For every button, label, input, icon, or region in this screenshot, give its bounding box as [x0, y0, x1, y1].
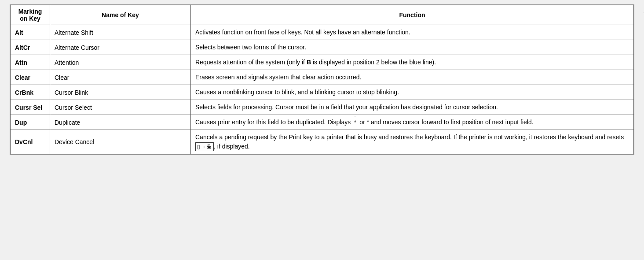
cell-marking: Clear: [11, 70, 50, 85]
cell-name: Duplicate: [50, 115, 191, 130]
cell-marking: DvCnl: [11, 130, 50, 154]
cell-marking: Alt: [11, 25, 50, 40]
table-row: CrBnkCursor BlinkCauses a nonblinking cu…: [11, 85, 634, 100]
table-row: DvCnlDevice CancelCancels a pending requ…: [11, 130, 634, 154]
underline-b: B: [307, 59, 311, 66]
cell-name: Cursor Select: [50, 100, 191, 115]
regular-star: *: [367, 119, 369, 126]
cell-function: Causes a nonblinking cursor to blink, an…: [191, 85, 634, 100]
cell-function: Selects fields for processing. Cursor mu…: [191, 100, 634, 115]
cell-marking: AltCr: [11, 40, 50, 55]
cell-name: Alternate Shift: [50, 25, 191, 40]
header-name: Name of Key: [50, 5, 191, 25]
cell-name: Alternate Cursor: [50, 40, 191, 55]
cell-function: Cancels a pending request by the Print k…: [191, 130, 634, 154]
cell-marking: Dup: [11, 115, 50, 130]
cell-name: Clear: [50, 70, 191, 85]
page-wrapper: 2 Marking on Key Name of Key Function Al…: [10, 4, 634, 155]
cell-marking: CrBnk: [11, 85, 50, 100]
cell-marking: Attn: [11, 55, 50, 70]
cell-function: Selects between two forms of the cursor.: [191, 40, 634, 55]
cell-marking: Cursr Sel: [11, 100, 50, 115]
cell-function: Requests attention of the system (only i…: [191, 55, 634, 70]
cell-function: Erases screen and signals system that cl…: [191, 70, 634, 85]
header-function: Function: [191, 5, 634, 25]
overbar-star: ‾ *: [352, 118, 358, 127]
key-table: Marking on Key Name of Key Function AltA…: [10, 5, 634, 154]
cell-function: Causes prior entry for this field to be …: [191, 115, 634, 130]
table-row: DupDuplicateCauses prior entry for this …: [11, 115, 634, 130]
cell-function: Activates function on front face of keys…: [191, 25, 634, 40]
cell-name: Attention: [50, 55, 191, 70]
table-row: Cursr SelCursor SelectSelects fields for…: [11, 100, 634, 115]
table-row: AltCrAlternate CursorSelects between two…: [11, 40, 634, 55]
cell-name: Device Cancel: [50, 130, 191, 154]
table-row: ClearClearErases screen and signals syst…: [11, 70, 634, 85]
header-marking: Marking on Key: [11, 5, 50, 25]
table-row: AttnAttentionRequests attention of the s…: [11, 55, 634, 70]
reset-symbol: ▯→🖶: [195, 142, 214, 151]
cell-name: Cursor Blink: [50, 85, 191, 100]
table-row: AltAlternate ShiftActivates function on …: [11, 25, 634, 40]
